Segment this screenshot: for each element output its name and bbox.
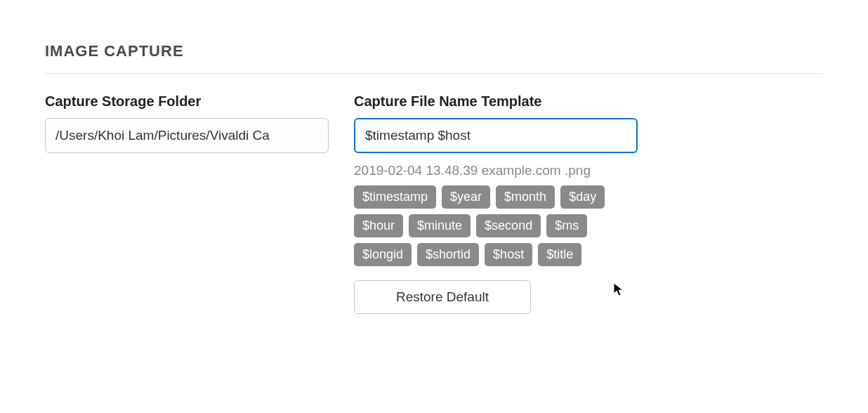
settings-columns: Capture Storage Folder Capture File Name… [45, 93, 823, 314]
template-tag-year[interactable]: $year [442, 185, 490, 209]
template-tag-hour[interactable]: $hour [354, 214, 403, 237]
template-tag-ms[interactable]: $ms [546, 214, 587, 237]
restore-default-button[interactable]: Restore Default [354, 280, 531, 314]
template-tag-shortid[interactable]: $shortid [417, 243, 479, 266]
template-tag-minute[interactable]: $minute [409, 214, 471, 237]
template-tags: $timestamp$year$month$day$hour$minute$se… [354, 185, 642, 266]
section-title: IMAGE CAPTURE [45, 42, 823, 74]
template-tag-timestamp[interactable]: $timestamp [354, 185, 436, 209]
template-label: Capture File Name Template [354, 93, 823, 110]
template-tag-host[interactable]: $host [485, 243, 532, 266]
storage-folder-column: Capture Storage Folder [45, 93, 329, 314]
template-tag-month[interactable]: $month [496, 185, 555, 209]
template-tag-day[interactable]: $day [560, 185, 605, 209]
template-tag-longid[interactable]: $longid [354, 243, 412, 266]
template-tag-title[interactable]: $title [538, 243, 581, 266]
template-preview: 2019-02-04 13.48.39 example.com .png [354, 163, 823, 178]
template-column: Capture File Name Template 2019-02-04 13… [354, 93, 823, 314]
storage-folder-input[interactable] [45, 118, 329, 153]
template-input[interactable] [354, 118, 638, 153]
storage-folder-label: Capture Storage Folder [45, 93, 329, 110]
template-tag-second[interactable]: $second [476, 214, 541, 237]
cursor-icon [612, 282, 626, 297]
